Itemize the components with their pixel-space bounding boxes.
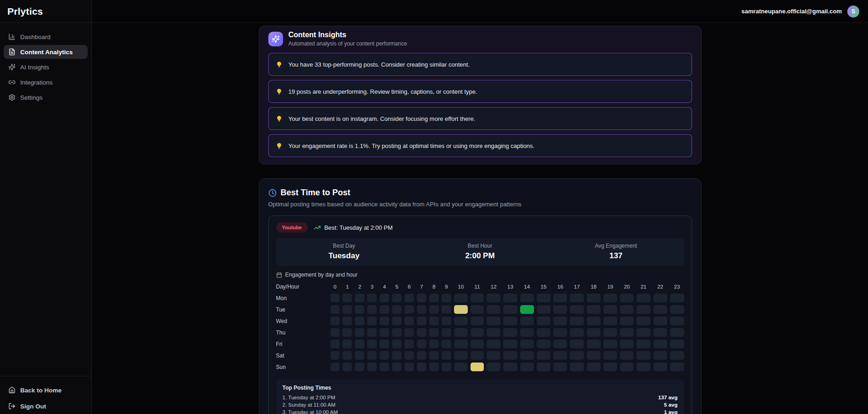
heatmap-hour-label: 13 xyxy=(503,283,517,291)
heatmap-cell xyxy=(392,305,402,314)
heatmap-cell xyxy=(404,351,414,360)
heatmap-cell xyxy=(330,317,340,325)
heatmap-hour-label: 1 xyxy=(342,283,352,291)
insights-card-subtitle: Automated analysis of your content perfo… xyxy=(289,40,407,47)
heatmap-cell xyxy=(670,305,684,314)
heatmap-cell xyxy=(355,317,364,325)
sidebar: Prlytics Dashboard Content Analytics AI … xyxy=(0,0,92,414)
sign-out-button[interactable]: Sign Out xyxy=(4,399,88,413)
heatmap-cell xyxy=(367,351,377,360)
heatmap-cell xyxy=(355,328,364,337)
content-scroll-area: Content Insights Automated analysis of y… xyxy=(92,23,868,414)
heatmap-hour-label: 10 xyxy=(454,283,468,291)
heatmap-cell xyxy=(342,340,352,348)
heatmap-cell xyxy=(537,363,550,371)
heatmap-cell xyxy=(503,294,517,302)
heatmap-cell xyxy=(603,340,617,348)
heatmap-cell xyxy=(670,340,684,348)
heatmap-cell xyxy=(520,305,534,314)
log-out-icon xyxy=(8,403,16,410)
stats-strip: Best Day Tuesday Best Hour 2:00 PM Avg E… xyxy=(276,238,684,266)
heatmap-cell xyxy=(653,328,667,337)
stat-value: Tuesday xyxy=(276,251,412,261)
heatmap-cell xyxy=(330,340,340,348)
heatmap-cell xyxy=(487,294,500,302)
heatmap-cell xyxy=(636,305,650,314)
heatmap-cell xyxy=(380,363,389,371)
sidebar-item-integrations[interactable]: Integrations xyxy=(4,75,88,89)
heatmap-hour-label: 18 xyxy=(587,283,601,291)
heatmap-cell xyxy=(520,351,534,360)
heatmap-cell xyxy=(653,305,667,314)
heatmap-cell xyxy=(454,294,468,302)
heatmap-hour-label: 15 xyxy=(537,283,550,291)
heatmap-hour-label: 22 xyxy=(653,283,667,291)
heatmap-day-label: Sat xyxy=(276,351,328,360)
sidebar-item-dashboard[interactable]: Dashboard xyxy=(4,30,88,44)
heatmap-hour-label: 9 xyxy=(442,283,451,291)
heatmap-cell xyxy=(653,317,667,325)
heatmap-cell xyxy=(553,294,567,302)
calendar-icon xyxy=(276,272,282,278)
heatmap-hour-label: 14 xyxy=(520,283,534,291)
heatmap-cell xyxy=(553,317,567,325)
stat-value: 137 xyxy=(548,251,684,261)
heatmap-cell xyxy=(429,363,439,371)
heatmap-cell xyxy=(330,328,340,337)
heatmap-cell xyxy=(330,294,340,302)
heatmap-cell xyxy=(392,294,402,302)
stat-label: Best Day xyxy=(276,243,412,249)
heatmap-cell xyxy=(487,363,500,371)
heatmap-day-label: Thu xyxy=(276,328,328,337)
heatmap-cell xyxy=(587,305,601,314)
platform-badge[interactable]: Youtube xyxy=(276,222,308,233)
heatmap-cell xyxy=(620,317,634,325)
heatmap-cell xyxy=(454,340,468,348)
heatmap-cell xyxy=(570,340,584,348)
insight-text: Your engagement rate is 1.1%. Try postin… xyxy=(289,142,535,149)
heatmap-cell xyxy=(342,317,352,325)
top-times-title: Top Posting Times xyxy=(283,385,678,391)
trending-up-icon xyxy=(314,224,321,231)
heatmap-cell xyxy=(553,351,567,360)
top-time-label: 2. Sunday at 11:00 AM xyxy=(283,402,336,408)
bar-chart-icon xyxy=(8,33,16,40)
stat-label: Avg Engagement xyxy=(548,243,684,249)
sidebar-item-content-analytics[interactable]: Content Analytics xyxy=(4,45,88,59)
heatmap-cell xyxy=(620,340,634,348)
heatmap-cell xyxy=(417,294,426,302)
heatmap-caption: Engagement by day and hour xyxy=(285,272,357,278)
heatmap-cell xyxy=(404,363,414,371)
best-time-title: Best Time to Post xyxy=(281,188,351,198)
heatmap-cell xyxy=(380,351,389,360)
insight-text: You have 33 top-performing posts. Consid… xyxy=(289,61,470,68)
sidebar-item-settings[interactable]: Settings xyxy=(4,91,88,104)
heatmap-cell xyxy=(587,351,601,360)
lightbulb-icon xyxy=(276,115,283,123)
heatmap-hour-label: 8 xyxy=(429,283,439,291)
heatmap-hour-label: 4 xyxy=(380,283,389,291)
heatmap-cell xyxy=(471,351,484,360)
heatmap-cell xyxy=(471,340,484,348)
heatmap-cell xyxy=(417,363,426,371)
insights-card-title: Content Insights xyxy=(289,31,407,39)
heatmap-cell xyxy=(636,351,650,360)
heatmap-cell xyxy=(587,340,601,348)
avatar[interactable]: S xyxy=(847,6,859,17)
back-to-home-button[interactable]: Back to Home xyxy=(4,383,88,397)
heatmap-cell xyxy=(330,363,340,371)
heatmap-cell xyxy=(603,294,617,302)
stat-label: Best Hour xyxy=(412,243,548,249)
sidebar-item-ai-insights[interactable]: AI Insights xyxy=(4,60,88,74)
heatmap-cell xyxy=(520,317,534,325)
top-time-row: 2. Sunday at 11:00 AM5 avg xyxy=(283,401,678,408)
heatmap-cell xyxy=(429,351,439,360)
best-time-card: Best Time to Post Optimal posting times … xyxy=(259,178,702,414)
heatmap-cell xyxy=(570,294,584,302)
heatmap-cell xyxy=(404,294,414,302)
heatmap-cell xyxy=(570,351,584,360)
sidebar-item-label: Integrations xyxy=(20,79,53,86)
heatmap-cell xyxy=(380,340,389,348)
top-time-value: 5 avg xyxy=(664,402,677,408)
heatmap-hour-label: 5 xyxy=(392,283,402,291)
